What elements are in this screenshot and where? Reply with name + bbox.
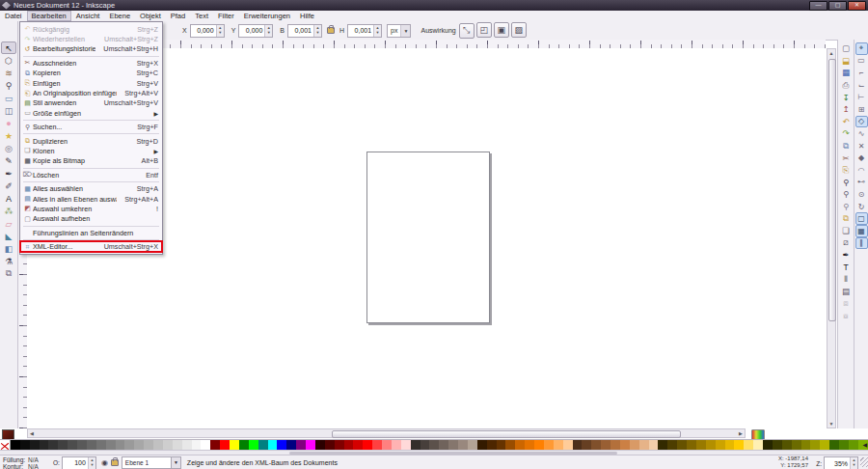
- opacity-spinbox[interactable]: 100▲▼: [62, 456, 96, 469]
- undo-button[interactable]: ↶: [839, 116, 853, 128]
- affect-gradients-button[interactable]: ▣: [494, 22, 509, 38]
- menu-item-bearbeitungshistorie[interactable]: ↺Bearbeitungshistorie...Umschalt+Strg+H: [20, 44, 162, 54]
- text-dialog-button[interactable]: T: [839, 262, 853, 274]
- duplicate-button[interactable]: ⧉: [839, 212, 853, 225]
- snap-guides-button[interactable]: ∥: [855, 237, 868, 250]
- affect-corners-button[interactable]: ◰: [476, 22, 492, 38]
- width-spinbox[interactable]: 0,001▲▼: [287, 24, 322, 38]
- fill-stroke-indicator[interactable]: Füllung:N/A Kontur:N/A: [3, 456, 49, 469]
- menu-item-klonen[interactable]: ❏Klonen▶: [20, 146, 162, 155]
- menubar-item-pfad[interactable]: Pfad: [166, 11, 190, 21]
- calligraphy-tool[interactable]: ✐: [1, 179, 16, 192]
- fill-stroke-dialog-button[interactable]: ✒: [839, 249, 853, 262]
- zoom-tool[interactable]: ⚲: [1, 79, 16, 92]
- vertical-scrollbar-thumb[interactable]: [828, 59, 836, 321]
- zoom-spinbox[interactable]: 35%▲▼: [824, 456, 858, 469]
- layer-visibility-icon[interactable]: ◉: [101, 458, 108, 467]
- scroll-up-icon[interactable]: ▲: [827, 49, 835, 57]
- menu-item-löschen[interactable]: ⌦LöschenEntf: [20, 170, 162, 179]
- paste-button[interactable]: ⎘: [839, 164, 853, 177]
- y-spinbox[interactable]: 0,000▲▼: [238, 24, 273, 38]
- document-page[interactable]: [366, 152, 490, 323]
- pencil-tool[interactable]: ✎: [1, 154, 16, 167]
- scroll-down-icon[interactable]: ▼: [827, 420, 835, 428]
- ellipse-tool[interactable]: ●: [1, 117, 16, 129]
- menu-item-suchen[interactable]: ⚲Suchen...Strg+F: [20, 123, 162, 132]
- import-button[interactable]: ↧: [839, 91, 853, 103]
- snap-rotation-centers-button[interactable]: ↻: [855, 201, 868, 213]
- snap-page-border-button[interactable]: ▢: [855, 212, 868, 225]
- menu-item-stil-anwenden[interactable]: ▤Stil anwendenUmschalt+Strg+V: [20, 98, 162, 108]
- menu-item-alles-auswählen[interactable]: ▦Alles auswählenStrg+A: [20, 183, 162, 193]
- snap-enable-button[interactable]: ⌖: [855, 42, 868, 55]
- lock-ratio-icon[interactable]: [327, 27, 335, 34]
- affect-move-button[interactable]: ⤡: [459, 23, 475, 39]
- tweak-tool[interactable]: ≋: [1, 67, 16, 79]
- menubar-item-hilfe[interactable]: Hilfe: [295, 11, 319, 21]
- export-button[interactable]: ↥: [839, 103, 853, 116]
- horizontal-scrollbar-thumb[interactable]: [332, 430, 681, 438]
- pen-tool[interactable]: ✒: [1, 167, 16, 179]
- connector-tool[interactable]: ⧉: [1, 267, 16, 280]
- snap-grid-button[interactable]: ▦: [855, 225, 868, 237]
- menubar-item-erweiterungen[interactable]: Erweiterungen: [239, 11, 295, 21]
- snap-nodes-button[interactable]: ◇: [855, 116, 868, 128]
- menu-item-alles-in-allen-ebenen-auswählen[interactable]: ▤Alles in allen Ebenen auswählenStrg+Alt…: [20, 194, 162, 204]
- snap-bbox-button[interactable]: ▭: [855, 55, 868, 68]
- menu-item-auswahl-aufheben[interactable]: ▢Auswahl aufheben: [20, 214, 162, 224]
- menubar-item-datei[interactable]: Datei: [0, 11, 27, 21]
- height-spinbox[interactable]: 0,001▲▼: [347, 24, 382, 38]
- save-button[interactable]: ▦: [839, 67, 853, 79]
- unit-select[interactable]: px▼: [387, 24, 411, 38]
- new-document-button[interactable]: ▢: [839, 42, 853, 55]
- gradient-tool[interactable]: ◧: [1, 242, 16, 255]
- zoom-page-button[interactable]: ⚲: [839, 201, 853, 213]
- menubar-item-ansicht[interactable]: Ansicht: [71, 11, 105, 21]
- horizontal-scrollbar[interactable]: ◀ ▶: [27, 428, 746, 438]
- bucket-fill-tool[interactable]: ◣: [1, 230, 16, 242]
- clone-button[interactable]: ❏: [839, 225, 853, 237]
- snap-smooth-nodes-button[interactable]: ◠: [855, 164, 868, 177]
- snap-object-centers-button[interactable]: ⊙: [855, 188, 868, 201]
- menu-item-kopieren[interactable]: ⧉KopierenStrg+C: [20, 69, 162, 78]
- layer-select[interactable]: Ebene 1 ▼: [122, 456, 181, 469]
- spray-tool[interactable]: ⁂: [1, 205, 16, 217]
- snap-cusp-nodes-button[interactable]: ◆: [855, 152, 868, 164]
- zoom-drawing-button[interactable]: ⚲: [839, 188, 853, 201]
- open-button[interactable]: ⬓: [839, 55, 853, 68]
- menu-item-größe-einfügen[interactable]: ▭Größe einfügen▶: [20, 108, 162, 118]
- scroll-right-icon[interactable]: ▶: [737, 429, 745, 437]
- cut-button[interactable]: ✂: [839, 152, 853, 164]
- snap-paths-button[interactable]: ∿: [855, 127, 868, 140]
- copy-button[interactable]: ⧉: [839, 140, 853, 152]
- resize-grip[interactable]: [860, 457, 868, 467]
- snap-bbox-corners-button[interactable]: ⌙: [855, 79, 868, 92]
- menubar-item-objekt[interactable]: Objekt: [135, 11, 166, 21]
- menubar-item-filter[interactable]: Filter: [213, 11, 239, 21]
- layer-lock-icon[interactable]: [111, 459, 119, 466]
- vertical-scrollbar[interactable]: ▲ ▼: [827, 48, 836, 428]
- menu-item-an-originalposition-einfügen[interactable]: ⎗An Originalposition einfügenStrg+Alt+V: [20, 88, 162, 97]
- menu-item-duplizieren[interactable]: ⧉DuplizierenStrg+D: [20, 136, 162, 146]
- scroll-left-icon[interactable]: ◀: [28, 429, 36, 437]
- snap-midpoints-button[interactable]: ⊷: [855, 177, 868, 189]
- menu-item-auswahl-umkehren[interactable]: ◩Auswahl umkehren!: [20, 204, 162, 213]
- eraser-tool[interactable]: ▱: [1, 217, 16, 230]
- menu-item-kopie-als-bitmap[interactable]: ▦Kopie als BitmapAlt+B: [20, 156, 162, 166]
- menubar-item-text[interactable]: Text: [190, 11, 213, 21]
- zoom-selection-button[interactable]: ⚲: [839, 177, 853, 189]
- print-button[interactable]: ⎙: [839, 79, 853, 92]
- menu-item-xml-editor[interactable]: ⌗XML-Editor...Umschalt+Strg+X: [20, 241, 162, 251]
- menubar-item-bearbeiten[interactable]: Bearbeiten: [27, 11, 71, 21]
- menu-item-einfügen[interactable]: ⎘EinfügenStrg+V: [20, 78, 162, 88]
- snap-bbox-centers-button[interactable]: ⊞: [855, 103, 868, 116]
- x-spinbox[interactable]: 0,000▲▼: [190, 24, 225, 38]
- redo-button[interactable]: ↷: [839, 127, 853, 140]
- snap-intersections-button[interactable]: ✕: [855, 140, 868, 152]
- menubar-item-ebene[interactable]: Ebene: [104, 11, 135, 21]
- document-properties-button[interactable]: ▤: [839, 286, 853, 298]
- maximize-button[interactable]: ▢: [828, 1, 847, 11]
- text-tool[interactable]: A: [1, 192, 16, 205]
- selector-tool[interactable]: ↖: [1, 41, 16, 54]
- align-dialog-button[interactable]: ⫴: [839, 273, 853, 286]
